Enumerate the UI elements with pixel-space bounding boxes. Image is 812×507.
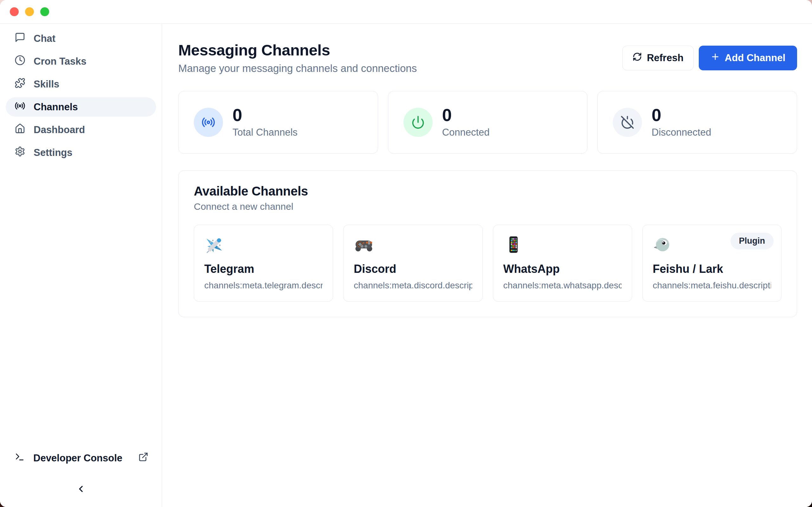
traffic-lights xyxy=(10,7,49,16)
terminal-icon xyxy=(14,452,25,464)
chevron-left-icon xyxy=(76,484,86,495)
stats-row: 0 Total Channels 0 Connected xyxy=(178,91,797,154)
available-channels-panel: Available Channels Connect a new channel xyxy=(178,170,797,317)
stat-value: 0 xyxy=(442,106,490,124)
plugin-badge: Plugin xyxy=(730,233,774,249)
stat-card-disconnected: 0 Disconnected xyxy=(597,91,797,154)
channel-card-whatsapp[interactable]: WhatsApp channels:meta.whatsapp.descrip xyxy=(493,225,632,302)
channel-card-feishu[interactable]: Plugin Feishu / Lark xyxy=(642,225,781,302)
collapse-sidebar-button[interactable] xyxy=(71,480,90,499)
gamepad-emoji xyxy=(354,234,374,255)
clock-icon xyxy=(14,55,26,68)
airplane-emoji xyxy=(204,234,224,255)
sidebar-collapse-row xyxy=(6,480,156,499)
sidebar-item-skills[interactable]: Skills xyxy=(6,74,156,94)
stat-text: 0 Total Channels xyxy=(233,106,298,138)
page-header: Messaging Channels Manage your messaging… xyxy=(178,41,797,74)
external-link-icon[interactable] xyxy=(138,452,148,464)
stat-card-total-channels: 0 Total Channels xyxy=(178,91,378,154)
stat-label: Connected xyxy=(442,127,490,138)
main-content: Messaging Channels Manage your messaging… xyxy=(162,24,812,507)
stat-card-connected: 0 Connected xyxy=(388,91,588,154)
refresh-button-label: Refresh xyxy=(647,52,683,64)
sidebar-item-label: Skills xyxy=(34,78,59,90)
sidebar-item-chat[interactable]: Chat xyxy=(6,29,156,48)
developer-console-link[interactable]: Developer Console xyxy=(6,448,156,468)
broadcast-icon xyxy=(194,108,223,137)
maximize-button[interactable] xyxy=(40,7,49,16)
panel-subtitle: Connect a new channel xyxy=(194,201,781,212)
power-off-icon xyxy=(613,108,642,137)
sidebar-item-channels[interactable]: Channels xyxy=(6,97,156,117)
channel-card-discord[interactable]: Discord channels:meta.discord.descriptic xyxy=(343,225,483,302)
app-window: Chat Cron Tasks Skills Channels xyxy=(0,0,812,507)
puzzle-icon xyxy=(14,78,26,91)
page-subtitle: Manage your messaging channels and conne… xyxy=(178,62,417,74)
bird-emoji xyxy=(653,234,673,255)
stat-value: 0 xyxy=(233,106,298,124)
sidebar-item-cron-tasks[interactable]: Cron Tasks xyxy=(6,52,156,71)
plus-icon xyxy=(711,52,720,64)
channel-name: Telegram xyxy=(204,262,322,276)
close-button[interactable] xyxy=(10,7,19,16)
channel-name: WhatsApp xyxy=(503,262,622,276)
sidebar-item-label: Chat xyxy=(34,33,55,44)
sidebar-item-settings[interactable]: Settings xyxy=(6,143,156,162)
sidebar-item-label: Channels xyxy=(34,101,78,113)
header-actions: Refresh Add Channel xyxy=(622,46,797,70)
refresh-icon xyxy=(632,52,642,64)
stat-label: Disconnected xyxy=(652,127,711,138)
channel-name: Feishu / Lark xyxy=(653,262,771,276)
channel-cards: Telegram channels:meta.telegram.descript xyxy=(194,225,781,302)
stat-text: 0 Connected xyxy=(442,106,490,138)
channel-description: channels:meta.whatsapp.descrip xyxy=(503,280,622,291)
channel-description: channels:meta.telegram.descript xyxy=(204,280,322,291)
smartphone-emoji xyxy=(503,234,524,255)
stat-text: 0 Disconnected xyxy=(652,106,711,138)
sidebar-item-dashboard[interactable]: Dashboard xyxy=(6,120,156,139)
page-header-text: Messaging Channels Manage your messaging… xyxy=(178,41,417,74)
titlebar xyxy=(0,0,812,24)
page-title: Messaging Channels xyxy=(178,41,417,60)
home-icon xyxy=(14,123,26,136)
broadcast-icon xyxy=(14,101,26,114)
add-channel-button-label: Add Channel xyxy=(725,52,785,64)
add-channel-button[interactable]: Add Channel xyxy=(699,46,797,70)
stat-value: 0 xyxy=(652,106,711,124)
sidebar-item-label: Cron Tasks xyxy=(34,56,87,67)
channel-name: Discord xyxy=(354,262,472,276)
channel-description: channels:meta.feishu.description xyxy=(653,280,771,291)
refresh-button[interactable]: Refresh xyxy=(622,46,693,70)
sidebar-footer: Developer Console xyxy=(6,448,156,499)
channel-card-telegram[interactable]: Telegram channels:meta.telegram.descript xyxy=(194,225,333,302)
chat-bubble-icon xyxy=(14,32,26,45)
panel-title: Available Channels xyxy=(194,184,781,199)
developer-console-label: Developer Console xyxy=(33,452,122,464)
power-icon xyxy=(403,108,433,137)
sidebar-item-label: Settings xyxy=(34,147,72,158)
gear-icon xyxy=(14,146,26,159)
channel-description: channels:meta.discord.descriptic xyxy=(354,280,472,291)
app-body: Chat Cron Tasks Skills Channels xyxy=(0,24,812,507)
sidebar-item-label: Dashboard xyxy=(34,124,85,135)
sidebar: Chat Cron Tasks Skills Channels xyxy=(0,24,162,507)
minimize-button[interactable] xyxy=(25,7,34,16)
stat-label: Total Channels xyxy=(233,127,298,138)
